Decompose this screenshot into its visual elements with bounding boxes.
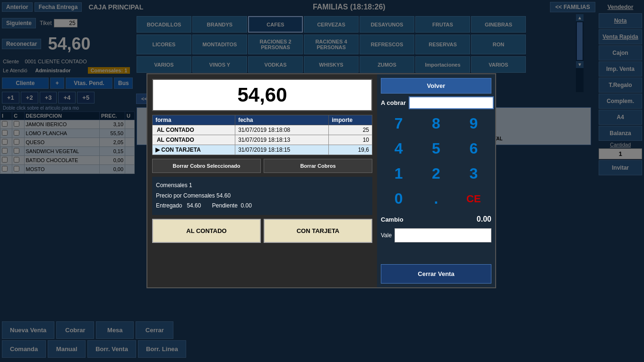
btn-borrar-cobro[interactable]: Borrar Cobro Seleccionado bbox=[152, 159, 261, 173]
payment-modal: 54,60 forma fecha importe AL CONTADO 31/… bbox=[146, 73, 496, 288]
numpad-key-2[interactable]: 2 bbox=[418, 162, 454, 185]
col-fecha: fecha bbox=[235, 115, 329, 125]
cambio-value: 0.00 bbox=[477, 215, 491, 224]
col-forma: forma bbox=[153, 115, 235, 125]
numpad: 7894561230.CE bbox=[381, 112, 491, 210]
numpad-key-1[interactable]: 1 bbox=[381, 162, 416, 185]
payment-row[interactable]: ▶ CON TARJETA 31/07/2019 18:18:15 19,6 bbox=[153, 145, 372, 155]
numpad-key-7[interactable]: 7 bbox=[381, 112, 416, 135]
cobrar-input[interactable] bbox=[409, 96, 494, 109]
modal-amount: 54,60 bbox=[152, 79, 372, 111]
vale-input[interactable] bbox=[395, 228, 491, 242]
btn-volver[interactable]: Volver bbox=[381, 78, 491, 94]
cambio-label: Cambio bbox=[381, 216, 404, 223]
numpad-key-.[interactable]: . bbox=[418, 187, 454, 210]
col-importe: importe bbox=[329, 115, 372, 125]
numpad-key-8[interactable]: 8 bbox=[418, 112, 454, 135]
numpad-key-9[interactable]: 9 bbox=[456, 112, 491, 135]
btn-borrar-cobros[interactable]: Borrar Cobros bbox=[264, 159, 372, 173]
numpad-key-0[interactable]: 0 bbox=[381, 187, 416, 210]
btn-al-contado[interactable]: AL CONTADO bbox=[152, 219, 261, 243]
btn-con-tarjeta[interactable]: CON TARJETA bbox=[264, 219, 372, 243]
numpad-key-3[interactable]: 3 bbox=[456, 162, 491, 185]
btn-cerrar-venta[interactable]: Cerrar Venta bbox=[381, 264, 491, 284]
payment-row[interactable]: AL CONTADO 31/07/2019 18:18:13 10 bbox=[153, 135, 372, 145]
comensales-info: Comensales 1 bbox=[156, 181, 369, 191]
a-cobrar-label: A cobrar bbox=[381, 99, 406, 106]
precio-comensales-info: Precio por Comensales 54.60 bbox=[156, 191, 369, 201]
numpad-key-4[interactable]: 4 bbox=[381, 137, 416, 160]
numpad-key-5[interactable]: 5 bbox=[418, 137, 454, 160]
numpad-key-CE[interactable]: CE bbox=[456, 187, 491, 210]
modal-info: Comensales 1 Precio por Comensales 54.60… bbox=[152, 177, 372, 215]
vale-label: Vale bbox=[381, 232, 392, 239]
payment-row[interactable]: AL CONTADO 31/07/2019 18:18:08 25 bbox=[153, 125, 372, 135]
numpad-key-6[interactable]: 6 bbox=[456, 137, 491, 160]
payments-table: forma fecha importe AL CONTADO 31/07/201… bbox=[152, 115, 372, 155]
entregado-pendiente-info: Entregado 54.60 Pendiente 0.00 bbox=[156, 201, 369, 211]
